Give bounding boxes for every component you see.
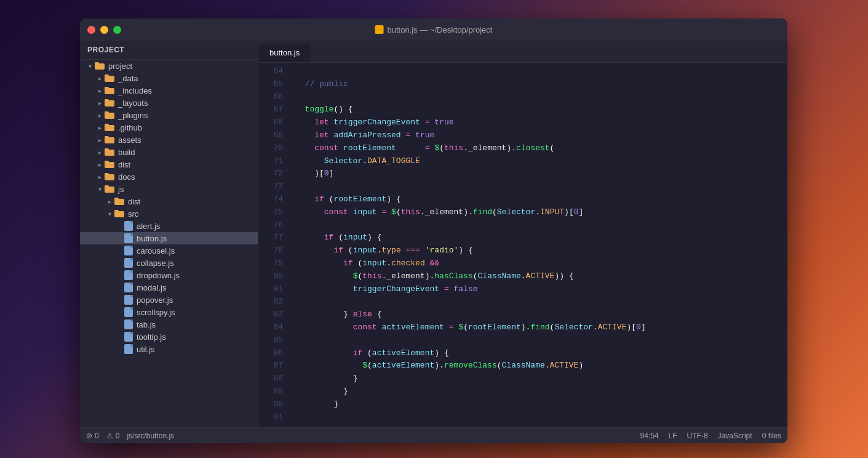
arrow-icon: ▸ bbox=[95, 86, 105, 95]
tree-item-scrollspy.js[interactable]: scrollspy.js bbox=[80, 306, 258, 318]
line-number: 81 bbox=[273, 283, 283, 296]
tree-item-label: tooltip.js bbox=[137, 332, 166, 342]
line-number: 82 bbox=[273, 295, 283, 308]
file-icon bbox=[124, 319, 133, 329]
tree-item-tooltip.js[interactable]: tooltip.js bbox=[80, 331, 258, 343]
file-icon bbox=[124, 221, 133, 231]
tree-item-_includes[interactable]: ▸_includes bbox=[80, 84, 258, 97]
file-icon bbox=[124, 233, 133, 243]
tree-item-tab.js[interactable]: tab.js bbox=[80, 318, 258, 331]
tree-item-carousel.js[interactable]: carousel.js bbox=[80, 244, 258, 257]
tree-item-collapse.js[interactable]: collapse.js bbox=[80, 257, 258, 269]
arrow-icon: ▸ bbox=[95, 98, 105, 108]
tree-item-util.js[interactable]: util.js bbox=[80, 343, 258, 355]
tree-item-dropdown.js[interactable]: dropdown.js bbox=[80, 269, 258, 281]
tree-item-.github[interactable]: ▸.github bbox=[80, 121, 258, 134]
tree-item-label: _layouts bbox=[118, 98, 148, 108]
code-line bbox=[295, 295, 787, 308]
tree-item-dist[interactable]: ▸dist bbox=[80, 158, 258, 171]
line-number: 69 bbox=[273, 129, 283, 142]
code-line bbox=[295, 91, 787, 104]
folder-icon bbox=[105, 161, 114, 168]
tree-item-label: assets bbox=[118, 135, 141, 145]
tree-item-_data[interactable]: ▸_data bbox=[80, 72, 258, 84]
tree-item-alert.js[interactable]: alert.js bbox=[80, 220, 258, 232]
tree-item-js-dist[interactable]: ▸dist bbox=[80, 195, 258, 207]
maximize-button[interactable] bbox=[113, 26, 121, 34]
tree-item-popover.js[interactable]: popover.js bbox=[80, 294, 258, 306]
code-line: } bbox=[295, 398, 787, 411]
folder-icon bbox=[105, 148, 114, 156]
folder-icon bbox=[105, 185, 114, 193]
window-title: button.js — ~/Desktop/project bbox=[375, 25, 493, 34]
encoding: UTF-8 bbox=[687, 432, 708, 440]
code-line bbox=[295, 65, 787, 78]
tree-item-_plugins[interactable]: ▸_plugins bbox=[80, 109, 258, 121]
file-icon bbox=[124, 246, 133, 255]
tree-item-label: js bbox=[118, 185, 124, 194]
arrow-icon: ▸ bbox=[95, 110, 105, 120]
line-number: 87 bbox=[273, 360, 283, 372]
folder-icon bbox=[105, 111, 114, 119]
tree-item-label: src bbox=[128, 209, 138, 219]
code-line: toggle() { bbox=[295, 103, 787, 116]
code-line: let addAriaPressed = true bbox=[295, 129, 787, 142]
tree-item-js[interactable]: ▾js bbox=[80, 183, 258, 195]
code-line: $(this._element).hasClass(ClassName.ACTI… bbox=[295, 270, 787, 283]
code-line: // public bbox=[295, 78, 787, 91]
folder-icon bbox=[105, 99, 114, 106]
line-number: 89 bbox=[273, 385, 283, 398]
code-line: } else { bbox=[295, 308, 787, 321]
arrow-icon: ▸ bbox=[95, 123, 105, 132]
file-type-icon bbox=[375, 25, 384, 34]
line-number: 71 bbox=[273, 155, 283, 168]
tree-item-label: tab.js bbox=[137, 320, 156, 329]
folder-icon bbox=[105, 173, 114, 180]
tree-item-label: scrollspy.js bbox=[137, 308, 175, 317]
main-content: Project ▾project▸_data▸_includes▸_layout… bbox=[80, 41, 787, 427]
code-line: $(activeElement).removeClass(ClassName.A… bbox=[295, 360, 787, 372]
tree-item-label: _plugins bbox=[118, 111, 148, 120]
minimize-button[interactable] bbox=[100, 26, 108, 34]
file-icon bbox=[124, 344, 133, 354]
code-line: } bbox=[295, 372, 787, 385]
tree-item-build[interactable]: ▸build bbox=[80, 146, 258, 158]
code-line: let triggerChangeEvent = true bbox=[295, 116, 787, 129]
sidebar: Project ▾project▸_data▸_includes▸_layout… bbox=[80, 41, 258, 427]
line-number: 76 bbox=[273, 219, 283, 232]
tree-item-assets[interactable]: ▸assets bbox=[80, 134, 258, 146]
tree-item-label: .github bbox=[118, 123, 142, 132]
tree-item-project[interactable]: ▾project bbox=[80, 60, 258, 72]
tree-item-js-src[interactable]: ▾src bbox=[80, 207, 258, 220]
tree-item-label: alert.js bbox=[137, 222, 160, 231]
status-left: ⊘ 0 ⚠ 0 js/src/button.js bbox=[86, 432, 174, 440]
arrow-icon: ▾ bbox=[105, 209, 114, 219]
code-line: const activeElement = $(rootElement).fin… bbox=[295, 321, 787, 334]
code-line: if (input) { bbox=[295, 231, 787, 244]
code-line: if (input.type === 'radio') { bbox=[295, 244, 787, 257]
line-number: 79 bbox=[273, 257, 283, 270]
arrow-icon: ▸ bbox=[95, 147, 105, 157]
close-button[interactable] bbox=[87, 26, 95, 34]
tab-button-js[interactable]: button.js bbox=[258, 44, 311, 62]
arrow-icon: ▸ bbox=[95, 73, 105, 83]
arrow-icon: ▸ bbox=[95, 159, 105, 169]
tree-item-button.js[interactable]: button.js bbox=[80, 232, 258, 244]
arrow-icon: ▸ bbox=[95, 135, 105, 145]
tree-item-modal.js[interactable]: modal.js bbox=[80, 281, 258, 294]
line-number: 77 bbox=[273, 231, 283, 244]
tree-item-_layouts[interactable]: ▸_layouts bbox=[80, 97, 258, 109]
tree-item-label: docs bbox=[118, 172, 135, 182]
title-bar: button.js — ~/Desktop/project bbox=[80, 18, 787, 41]
line-number: 86 bbox=[273, 347, 283, 360]
tab-bar: button.js bbox=[258, 41, 787, 63]
tree-item-docs[interactable]: ▸docs bbox=[80, 171, 258, 183]
code-line bbox=[295, 180, 787, 193]
status-bar: ⊘ 0 ⚠ 0 js/src/button.js 94:54 LF UTF-8 … bbox=[80, 427, 787, 443]
file-icon bbox=[124, 270, 133, 280]
line-number: 91 bbox=[273, 411, 283, 424]
code-line: const input = $(this._element).find(Sele… bbox=[295, 206, 787, 219]
arrow-icon: ▾ bbox=[95, 184, 105, 194]
code-content[interactable]: // public toggle() { let triggerChangeEv… bbox=[288, 63, 787, 427]
tree-item-label: carousel.js bbox=[137, 246, 175, 255]
